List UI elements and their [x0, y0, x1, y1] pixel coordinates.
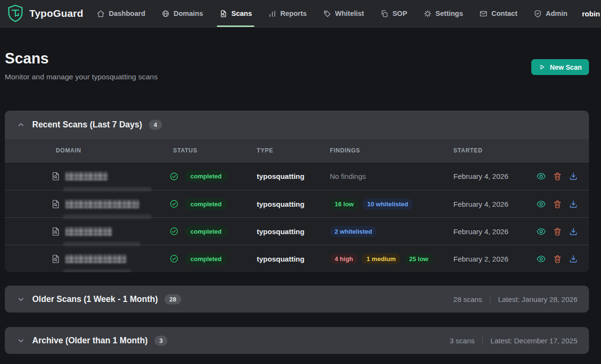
- trash-icon[interactable]: [553, 200, 562, 209]
- download-icon[interactable]: [569, 172, 578, 181]
- user-menu[interactable]: robin: [582, 10, 601, 18]
- typoguard-logo-icon: [7, 4, 24, 23]
- play-icon: [538, 63, 546, 71]
- finding-badge-low: 25 low: [404, 253, 433, 264]
- col-started: STARTED: [449, 147, 536, 154]
- finding-badge-high: 4 high: [330, 253, 358, 264]
- eye-icon[interactable]: [536, 199, 546, 209]
- mail-icon: [479, 10, 488, 18]
- findings-cell: 16 low 10 whitelisted: [325, 199, 449, 210]
- nav-item-whitelist[interactable]: Whitelist: [323, 0, 364, 27]
- finding-badge-whitelisted: 2 whitelisted: [330, 226, 377, 237]
- count-badge: 4: [149, 120, 162, 130]
- nav-item-admin[interactable]: Admin: [534, 0, 567, 27]
- divider: [482, 336, 483, 345]
- latest-label: Latest: January 28, 2026: [498, 295, 577, 303]
- col-domain: DOMAIN: [38, 147, 168, 154]
- section-meta: 3 scans Latest: December 17, 2025: [450, 336, 577, 345]
- page-subtitle: Monitor and manage your typosquatting sc…: [5, 73, 589, 81]
- check-circle-icon: [169, 172, 179, 181]
- recent-scans-panel: Recent Scans (Last 7 Days) 4 DOMAIN STAT…: [5, 111, 589, 272]
- domain-cell[interactable]: [38, 190, 168, 217]
- file-search-icon: [50, 254, 61, 264]
- table-row: completed typosquatting No findings Febr…: [5, 163, 589, 190]
- redacted-domain: [65, 200, 139, 208]
- nav-item-domains[interactable]: Domains: [162, 0, 203, 27]
- home-icon: [97, 10, 105, 18]
- status-badge: completed: [185, 253, 227, 265]
- col-type: TYPE: [252, 147, 325, 154]
- chevron-up-icon: [16, 120, 25, 129]
- redacted-domain: [65, 255, 126, 263]
- redacted-domain: [65, 172, 108, 180]
- started-date: February 4, 2026: [449, 227, 536, 236]
- table-header: DOMAIN STATUS TYPE FINDINGS STARTED: [5, 138, 589, 163]
- nav-item-contact[interactable]: Contact: [479, 0, 517, 27]
- count-badge: 3: [154, 336, 167, 346]
- findings-cell: 4 high 1 medium 25 low: [325, 253, 449, 264]
- trash-icon[interactable]: [553, 254, 562, 264]
- nav-item-scans[interactable]: Scans: [219, 0, 252, 27]
- finding-badge-low: 16 low: [330, 199, 359, 210]
- file-search-icon: [50, 226, 61, 237]
- shield-check-icon: [534, 10, 542, 18]
- file-search-icon: [50, 171, 61, 181]
- nav-item-settings[interactable]: Settings: [424, 0, 463, 27]
- scan-count-label: 28 scans: [453, 295, 482, 303]
- latest-label: Latest: December 17, 2025: [490, 337, 577, 345]
- eye-icon[interactable]: [536, 171, 546, 181]
- trash-icon[interactable]: [553, 227, 562, 236]
- finding-badge-whitelisted: 10 whitelisted: [363, 199, 413, 210]
- download-icon[interactable]: [569, 227, 578, 236]
- chevron-down-icon: [16, 295, 25, 304]
- check-circle-icon: [169, 226, 179, 236]
- scan-type: typosquatting: [252, 255, 325, 263]
- gear-icon: [424, 10, 432, 18]
- started-date: February 2, 2026: [449, 255, 536, 263]
- divider: [490, 295, 490, 303]
- domain-cell[interactable]: [38, 163, 168, 190]
- tag-icon: [323, 10, 331, 18]
- file-search-icon: [219, 10, 227, 18]
- eye-icon[interactable]: [536, 226, 546, 237]
- section-meta: 28 scans Latest: January 28, 2026: [453, 295, 577, 303]
- recent-scans-header[interactable]: Recent Scans (Last 7 Days) 4: [5, 111, 589, 138]
- scan-type: typosquatting: [252, 227, 325, 236]
- older-scans-panel[interactable]: Older Scans (1 Week - 1 Month) 28 28 sca…: [5, 286, 589, 313]
- check-circle-icon: [169, 254, 179, 264]
- section-title: Older Scans (1 Week - 1 Month): [32, 294, 158, 304]
- redaction-artifact: [63, 269, 131, 272]
- archive-panel[interactable]: Archive (Older than 1 Month) 3 3 scans L…: [5, 327, 589, 354]
- scan-count-label: 3 scans: [450, 337, 475, 345]
- top-nav: TypoGuard Dashboard Domains Scans Report…: [0, 0, 601, 27]
- nav-item-sop[interactable]: SOP: [380, 0, 407, 27]
- new-scan-button[interactable]: New Scan: [531, 59, 589, 75]
- trash-icon[interactable]: [553, 172, 562, 181]
- download-icon[interactable]: [569, 200, 578, 209]
- download-icon[interactable]: [569, 254, 578, 264]
- findings-cell: 2 whitelisted: [325, 226, 449, 237]
- section-title: Recent Scans (Last 7 Days): [32, 120, 142, 130]
- table-row: completed typosquatting 16 low 10 whitel…: [5, 190, 589, 217]
- count-badge: 28: [164, 294, 181, 304]
- main-content: Scans Monitor and manage your typosquatt…: [5, 27, 589, 354]
- domain-cell[interactable]: [38, 245, 168, 272]
- brand[interactable]: TypoGuard: [7, 4, 83, 23]
- check-circle-icon: [169, 199, 179, 209]
- clipboard-icon: [380, 10, 388, 18]
- no-findings-label: No findings: [330, 172, 366, 180]
- findings-cell: No findings: [325, 172, 449, 180]
- nav-item-dashboard[interactable]: Dashboard: [97, 0, 145, 27]
- table-row: completed typosquatting 4 high 1 medium …: [5, 245, 589, 272]
- brand-name: TypoGuard: [29, 8, 83, 19]
- eye-icon[interactable]: [536, 254, 546, 264]
- scan-type: typosquatting: [252, 200, 325, 208]
- page-header: Scans Monitor and manage your typosquatt…: [5, 27, 589, 81]
- bar-chart-icon: [268, 10, 276, 18]
- domain-cell[interactable]: [38, 218, 168, 245]
- chevron-down-icon: [16, 336, 25, 345]
- active-tab-underline: [217, 25, 254, 27]
- status-badge: completed: [185, 226, 227, 238]
- nav-item-reports[interactable]: Reports: [268, 0, 307, 27]
- scan-type: typosquatting: [252, 172, 325, 180]
